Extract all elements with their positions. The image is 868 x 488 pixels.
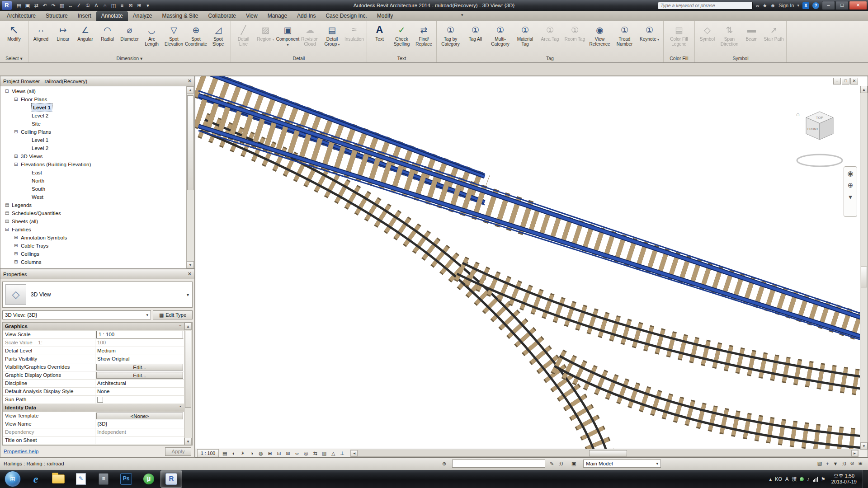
navigation-wheel-icon[interactable]: ◉ [847,169,853,178]
scroll-up-icon[interactable]: ▲ [860,86,868,93]
beam-annotation-button[interactable]: ▬ Beam [741,22,763,55]
modify-button[interactable]: ↖ Modify [1,22,27,55]
properties-scrollbar[interactable]: ▲ ▼ [184,323,192,445]
scroll-up-icon[interactable]: ▲ [184,323,192,330]
active-design-option-combo[interactable]: Main Model ▾ [583,460,661,468]
property-row[interactable]: Sun Path [3,396,192,404]
property-value[interactable]: Medium [95,347,184,355]
sun-path-icon[interactable]: ☀ [238,450,247,457]
tree-expand-icon[interactable]: ⊟ [5,225,12,234]
property-row[interactable]: Dependency Independent [3,428,192,436]
spot-slope-button[interactable]: ◿ Spot Slope [207,22,229,55]
show-analytical-model-icon[interactable]: △ [329,450,338,457]
temporary-view-properties-icon[interactable]: ▥ [320,450,329,457]
start-button[interactable]: ⊞ [5,471,21,487]
reveal-constraints-icon[interactable]: ⊥ [338,450,347,457]
property-value[interactable] [95,436,184,444]
view-cube[interactable]: ⌂ TOP FRONT [796,111,842,166]
locked-3d-view-icon[interactable]: ⊠ [283,450,292,457]
region-button[interactable]: ▨ Region [255,22,277,55]
tab-analyze[interactable]: Analyze [128,11,157,21]
view-restore-button[interactable]: □ [842,78,849,84]
sign-in-button[interactable]: Sign In [778,3,794,8]
exclude-options-icon[interactable]: ▧ [817,460,822,466]
tab-annotate[interactable]: Annotate [96,11,128,21]
tab-modify[interactable]: Modify [372,11,398,21]
close-hidden-windows-icon[interactable]: ⊠ [127,1,134,9]
tag-by-category-button[interactable]: ① Tag by Category [438,22,463,55]
project-browser-header[interactable]: Project Browser - railroad(Recovery) ✕ [0,76,194,86]
network-icon[interactable] [813,477,818,482]
scrollbar-thumb[interactable] [861,267,867,287]
linear-dimension-button[interactable]: ↦ Linear [52,22,74,55]
property-value[interactable]: None [95,388,184,395]
property-value[interactable]: Independent [95,428,184,436]
tag-all-button[interactable]: ① Tag All [463,22,488,55]
browser-tree-item[interactable]: ▤ Legends [0,201,194,209]
selection-count-label[interactable]: :0 [842,461,846,466]
taskbar-windows-explorer[interactable] [47,470,69,488]
sign-in-dropdown-icon[interactable]: ▾ [797,3,799,8]
maximize-button[interactable]: □ [835,1,849,10]
browser-tree-item[interactable]: South [0,185,194,193]
property-row[interactable]: Discipline Architectural [3,380,192,388]
chevron-down-icon[interactable]: ▾ [146,313,148,317]
view-minimize-button[interactable]: – [833,78,841,84]
taskbar-photoshop[interactable]: Ps [115,470,137,488]
browser-tree-item[interactable]: ⊟ Floor Plans [0,95,194,103]
railroad-3d-model[interactable]: ⌂ TOP FRONT [195,76,868,458]
browser-tree-item[interactable]: Level 1 [0,136,194,144]
tree-expand-icon[interactable]: ⊟ [14,160,21,169]
taskbar-internet-explorer[interactable]: e [25,470,47,488]
type-selector[interactable]: ◇ 3D View ▾ [2,282,193,308]
application-menu-button[interactable]: R [2,1,12,10]
browser-tree-item[interactable]: ▤ Sheets (all) [0,217,194,225]
scroll-left-icon[interactable]: ◄ [351,450,358,456]
tree-expand-icon[interactable]: ⊟ [14,128,21,136]
property-value[interactable]: Edit... [96,364,183,371]
browser-tree-item[interactable]: Level 2 [0,144,194,152]
properties-header[interactable]: Properties ✕ [0,269,194,279]
view-cube-home-icon[interactable]: ⌂ [796,111,800,117]
design-options-icon[interactable]: ▣ [571,461,576,467]
browser-tree-item[interactable]: ⊞ 3D Views [0,152,194,160]
shadows-icon[interactable]: ◑ [247,450,256,457]
element-selector-combo[interactable]: 3D View: {3D} ▾ [2,310,151,319]
property-value[interactable]: Show Original [95,355,184,363]
undo-icon[interactable]: ↶ [41,1,48,9]
show-hidden-icons[interactable]: ▴ [769,476,772,482]
tree-expand-icon[interactable]: ▤ [5,209,12,217]
tree-expand-icon[interactable]: ⊞ [14,242,21,250]
tree-expand-icon[interactable]: ⊞ [14,250,21,258]
ime-hanja-label[interactable]: 漢 [792,476,797,483]
spot-elevation-button[interactable]: ▽ Spot Elevation [163,22,185,55]
properties-help-link[interactable]: Properties help [4,449,38,454]
detail-line-button[interactable]: ╱ Detail Line [232,22,255,55]
browser-tree-item[interactable]: ⊟ Ceiling Plans [0,128,194,136]
browser-tree-item[interactable]: Site [0,120,194,128]
show-crop-region-icon[interactable]: ⊡ [274,450,283,457]
save-icon[interactable]: ▣ [24,1,31,9]
taskbar-utorrent[interactable]: µ [138,470,160,488]
diameter-dimension-button[interactable]: ⌀ Diameter [118,22,141,55]
taskbar-calculator[interactable]: ≡ [93,470,114,488]
tag-icon[interactable]: ① [84,1,91,9]
rendering-dialog-icon[interactable]: ◍ [256,450,265,457]
worksets-icon[interactable]: ⊕ [442,461,446,467]
property-value[interactable]: Edit... [96,372,183,379]
browser-tree-item[interactable]: North [0,177,194,185]
show-desktop-button[interactable] [863,470,868,488]
material-tag-button[interactable]: ① Material Tag [513,22,538,55]
tab-manage[interactable]: Manage [263,11,292,21]
view-cube-compass-ring[interactable] [797,155,842,166]
insulation-button[interactable]: ≈ Insulation [343,22,365,55]
panel-label-tag[interactable]: Tag [437,55,663,62]
taskbar-clock[interactable]: 오후 1:50 2013-07-19 [831,473,857,485]
browser-tree-item[interactable]: Level 1 [0,103,194,112]
tree-expand-icon[interactable]: ▤ [5,217,12,225]
navbar-more-icon[interactable]: ▾ [849,193,852,201]
check-spelling-button[interactable]: ✓ Check Spelling [391,22,413,55]
property-value[interactable] [95,396,184,404]
browser-tree-item[interactable]: ▤ Schedules/Quantities [0,209,194,217]
tab-collaborate[interactable]: Collaborate [203,11,241,21]
